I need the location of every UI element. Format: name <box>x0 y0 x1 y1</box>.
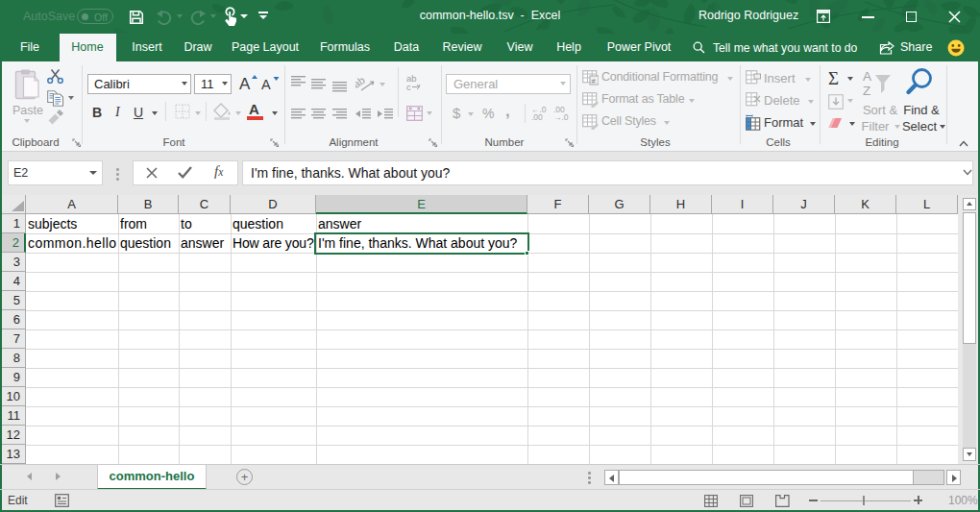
svg-text:Z: Z <box>863 84 870 98</box>
svg-text:A: A <box>863 69 871 84</box>
svg-text:A: A <box>261 77 271 92</box>
svg-text:c: c <box>406 82 411 91</box>
svg-text:≠: ≠ <box>592 77 597 85</box>
svg-text:A: A <box>239 75 251 92</box>
